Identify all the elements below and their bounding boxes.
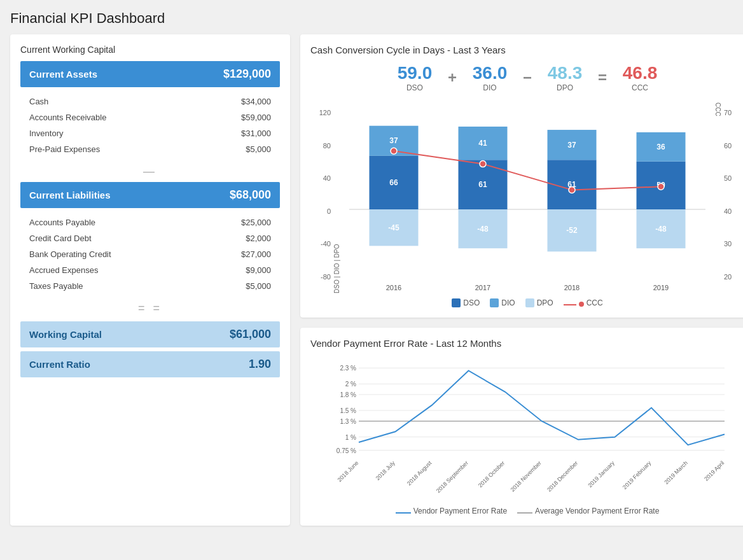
asset-line-item: Accounts Receivable$59,000 (20, 109, 280, 125)
y-axis-right: 70 60 50 40 30 20 (721, 102, 743, 293)
asset-line-item: Cash$34,000 (20, 94, 280, 109)
svg-point-34 (569, 186, 575, 193)
liability-line-item: Taxes Payable$5,000 (20, 278, 280, 294)
asset-item-label: Pre-Paid Expenses (29, 144, 100, 154)
liability-item-label: Bank Operating Credit (29, 249, 111, 259)
dso-value: 59.0 (389, 63, 440, 83)
liability-item-label: Credit Card Debt (29, 234, 92, 243)
legend-dso: DSO (452, 298, 480, 307)
cr-value: 1.90 (249, 358, 271, 371)
asset-line-item: Pre-Paid Expenses$5,000 (20, 141, 280, 157)
main-layout: Current Working Capital Current Assets $… (10, 34, 733, 526)
svg-text:2018 October: 2018 October (477, 459, 506, 489)
svg-text:2019: 2019 (653, 284, 669, 291)
legend-dpo-label: DPO (537, 298, 553, 307)
ccc-label: CCC (615, 83, 665, 92)
svg-text:2018 December: 2018 December (546, 459, 579, 493)
svg-text:37: 37 (389, 136, 398, 145)
current-liabilities-value: $68,000 (230, 188, 271, 202)
svg-text:2.3 %: 2.3 % (340, 365, 356, 372)
svg-text:2 %: 2 % (345, 381, 356, 388)
svg-text:66: 66 (389, 178, 398, 187)
legend-dso-color (452, 298, 461, 307)
legend-dio-label: DIO (501, 298, 515, 307)
vendor-legend-line1: Vendor Payment Error Rate (396, 507, 507, 515)
svg-text:1 %: 1 % (345, 434, 356, 441)
liability-item-value: $2,000 (246, 234, 271, 243)
asset-item-value: $5,000 (246, 144, 271, 154)
legend-ccc-dot (579, 302, 584, 307)
legend-ccc: CCC (564, 298, 603, 307)
equals-separator: = = (20, 302, 280, 315)
svg-text:-48: -48 (655, 225, 667, 234)
svg-text:2017: 2017 (475, 284, 490, 291)
asset-line-items: Cash$34,000Accounts Receivable$59,000Inv… (20, 94, 280, 157)
ccc-chart-area: 120 80 40 0 -40 -80 DSO | DIO | DPO -456… (310, 102, 743, 293)
legend-ccc-line (564, 304, 576, 305)
liability-item-value: $27,000 (241, 249, 271, 259)
svg-text:1.3 %: 1.3 % (340, 418, 356, 425)
dso-metric: 59.0 DSO (389, 63, 440, 92)
ccc-metrics-row: 59.0 DSO + 36.0 DIO − 48.3 DPO = 46.8 CC… (310, 63, 743, 92)
asset-item-value: $31,000 (241, 129, 271, 138)
svg-text:61: 61 (478, 180, 487, 189)
dpo-metric: 48.3 DPO (539, 63, 590, 92)
svg-text:2018 June: 2018 June (337, 459, 360, 483)
vendor-line1-label: Vendor Payment Error Rate (413, 507, 507, 515)
asset-line-item: Inventory$31,000 (20, 125, 280, 141)
y-axis-left-label: DSO | DIO | DPO (333, 102, 340, 293)
liability-item-value: $9,000 (246, 265, 271, 275)
working-capital-section: Working Capital $61,000 Current Ratio 1.… (20, 321, 280, 377)
vendor-line2-label: Average Vendor Payment Error Rate (535, 507, 659, 515)
dpo-label: DPO (539, 83, 590, 92)
svg-text:2018 September: 2018 September (435, 459, 469, 494)
svg-text:2018: 2018 (564, 284, 580, 291)
svg-text:2016: 2016 (386, 284, 401, 291)
svg-text:2019 April: 2019 April (703, 459, 725, 482)
liability-line-item: Bank Operating Credit$27,000 (20, 246, 280, 262)
dso-label: DSO (389, 83, 440, 92)
liability-line-item: Credit Card Debt$2,000 (20, 230, 280, 246)
legend-dio-color (490, 298, 499, 307)
svg-text:36: 36 (656, 143, 665, 151)
asset-item-label: Accounts Receivable (29, 113, 106, 122)
liability-item-label: Accounts Payable (29, 218, 95, 227)
dpo-value: 48.3 (539, 63, 590, 83)
svg-text:2018 November: 2018 November (510, 459, 543, 493)
ccc-legend: DSO DIO DPO CCC (310, 298, 743, 307)
svg-point-33 (480, 161, 486, 167)
working-capital-row: Working Capital $61,000 (20, 321, 280, 347)
minus-separator: — (20, 165, 280, 178)
dio-value: 36.0 (464, 63, 515, 83)
svg-text:37: 37 (567, 141, 576, 150)
svg-text:-48: -48 (477, 225, 489, 234)
legend-ccc-label: CCC (587, 298, 603, 307)
svg-text:2018 August: 2018 August (406, 459, 433, 487)
left-panel: Current Working Capital Current Assets $… (10, 34, 290, 526)
vendor-legend: Vendor Payment Error Rate Average Vendor… (310, 507, 743, 515)
dio-label: DIO (464, 83, 515, 92)
ccc-value: 46.8 (615, 63, 665, 83)
svg-text:1.5 %: 1.5 % (340, 407, 356, 414)
ccc-metric: 46.8 CCC (615, 63, 665, 92)
wc-label: Working Capital (29, 329, 102, 340)
liability-item-label: Taxes Payable (29, 281, 83, 291)
vendor-chart-title: Vendor Payment Error Rate - Last 12 Mont… (310, 338, 743, 349)
svg-text:1.8 %: 1.8 % (340, 391, 356, 398)
vendor-line2-color (517, 512, 532, 514)
svg-point-35 (658, 183, 664, 190)
wc-value: $61,000 (230, 328, 271, 341)
liability-line-items: Accounts Payable$25,000Credit Card Debt$… (20, 214, 280, 294)
vendor-line1-color (396, 512, 411, 514)
current-assets-label: Current Assets (29, 69, 97, 80)
vendor-legend-line2: Average Vendor Payment Error Rate (517, 507, 659, 515)
asset-item-value: $59,000 (241, 113, 271, 122)
current-liabilities-label: Current Liabilities (29, 190, 111, 200)
svg-text:2019 January: 2019 January (587, 459, 616, 489)
vendor-line-chart: 2.3 %2 %1.8 %1.5 %1.3 %1 %0.75 %2018 Jun… (310, 356, 743, 496)
svg-text:2018 July: 2018 July (375, 459, 397, 482)
liability-item-value: $25,000 (241, 218, 271, 227)
current-assets-header: Current Assets $129,000 (20, 61, 280, 87)
ccc-chart-card: Cash Conversion Cycle in Days - Last 3 Y… (300, 34, 743, 318)
ccc-chart-title: Cash Conversion Cycle in Days - Last 3 Y… (310, 45, 743, 55)
